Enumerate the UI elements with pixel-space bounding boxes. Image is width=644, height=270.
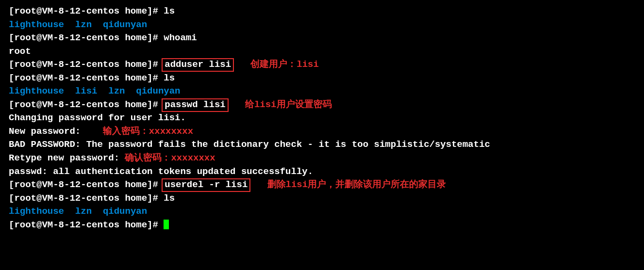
out-changing: Changing password for user lisi. xyxy=(9,112,186,123)
sep xyxy=(64,19,75,30)
annotation-create-user: 创建用户：lisi xyxy=(250,59,319,70)
dir-qidunyan: qidunyan xyxy=(136,86,180,96)
terminal-window[interactable]: [root@VM-8-12-centos home]# ls lighthous… xyxy=(0,0,644,270)
sep xyxy=(125,86,136,96)
dir-qidunyan: qidunyan xyxy=(103,206,147,217)
sep xyxy=(229,99,245,110)
prompt: [root@VM-8-12-centos home]# xyxy=(9,59,164,70)
prompt: [root@VM-8-12-centos home]# xyxy=(9,6,164,16)
sep xyxy=(64,206,75,217)
dir-lighthouse: lighthouse xyxy=(9,19,64,30)
out-retype: Retype new password: xyxy=(9,153,125,163)
prompt: [root@VM-8-12-centos home]# xyxy=(9,193,164,204)
cmd-passwd: passwd lisi xyxy=(162,98,228,112)
cmd-ls: ls xyxy=(164,73,175,83)
prompt: [root@VM-8-12-centos home]# xyxy=(9,99,164,110)
prompt: [root@VM-8-12-centos home]# xyxy=(9,73,164,83)
sep xyxy=(64,86,75,96)
sep xyxy=(234,59,250,70)
sep xyxy=(92,206,103,217)
cmd-userdel: userdel -r lisi xyxy=(162,178,250,192)
sep xyxy=(250,179,267,190)
out-success: passwd: all authentication tokens update… xyxy=(9,166,313,177)
annotation-delete-user: 删除lisi用户，并删除该用户所在的家目录 xyxy=(267,179,446,190)
out-newpw: New password: xyxy=(9,126,86,137)
out-root: root xyxy=(9,46,31,57)
dir-lzn: lzn xyxy=(75,206,92,217)
dir-qidunyan: qidunyan xyxy=(103,19,147,30)
sep xyxy=(97,86,108,96)
cmd-adduser: adduser lisi xyxy=(162,58,234,72)
prompt: [root@VM-8-12-centos home]# xyxy=(9,220,164,230)
annotation-confirm-password: 确认密码：xxxxxxxx xyxy=(125,153,215,163)
cursor[interactable] xyxy=(164,220,169,229)
sep xyxy=(92,19,103,30)
dir-lzn: lzn xyxy=(75,19,92,30)
cmd-whoami: whoami xyxy=(164,32,197,43)
prompt: [root@VM-8-12-centos home]# xyxy=(9,179,164,190)
sep xyxy=(86,126,103,137)
dir-lighthouse: lighthouse xyxy=(9,206,64,217)
out-badpw: BAD PASSWORD: The password fails the dic… xyxy=(9,139,490,150)
cmd-ls: ls xyxy=(164,193,175,204)
cmd-ls: ls xyxy=(164,6,175,16)
dir-lzn: lzn xyxy=(108,86,125,96)
prompt: [root@VM-8-12-centos home]# xyxy=(9,32,164,43)
dir-lisi: lisi xyxy=(75,86,98,96)
dir-lighthouse: lighthouse xyxy=(9,86,64,96)
annotation-enter-password: 输入密码：xxxxxxxx xyxy=(103,126,193,137)
annotation-set-password: 给lisi用户设置密码 xyxy=(245,99,332,110)
